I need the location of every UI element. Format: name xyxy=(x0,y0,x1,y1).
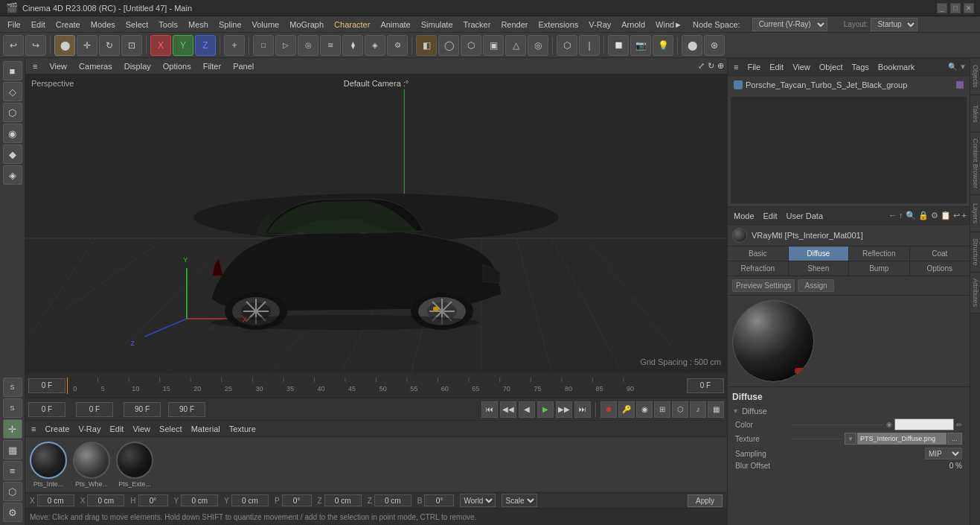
play-back-button[interactable]: ◀ xyxy=(519,401,535,418)
snap-modes[interactable]: S xyxy=(3,378,22,397)
obj-search-icon[interactable]: 🔍 xyxy=(948,63,957,71)
redo-button[interactable]: ↪ xyxy=(25,35,46,56)
attr-undo-btn[interactable]: ↩ xyxy=(953,211,960,220)
go-to-end-button[interactable]: ⏭ xyxy=(574,401,591,418)
tab-attributes[interactable]: Attributes xyxy=(970,273,980,314)
obj-menu-icon[interactable]: ≡ xyxy=(731,61,741,73)
mat-menu-vray[interactable]: V-Ray xyxy=(75,423,103,435)
tab-objects[interactable]: Objects xyxy=(970,58,980,95)
model-mode[interactable]: ■ xyxy=(3,61,22,80)
sampling-dropdown[interactable]: MIP xyxy=(925,448,962,459)
play-forward-button[interactable]: ▶ xyxy=(537,401,554,418)
attr-lock-btn[interactable]: 🔒 xyxy=(918,211,929,220)
viewport-3d[interactable]: Perspective Default Camera :° xyxy=(25,74,727,372)
motion-btn[interactable]: ◉ xyxy=(636,401,653,418)
key-btn[interactable]: 🔑 xyxy=(618,401,635,418)
close-button[interactable]: ✕ xyxy=(964,3,974,13)
texture-dropdown-btn[interactable]: ▼ xyxy=(845,433,856,445)
cube-tool[interactable]: ◧ xyxy=(416,35,437,56)
vp-expand-icon[interactable]: ⤢ xyxy=(698,61,705,71)
attr-back-btn[interactable]: ← xyxy=(888,211,897,220)
coord-scale-dropdown[interactable]: Scale xyxy=(502,494,537,507)
obj-menu-file[interactable]: File xyxy=(744,61,763,73)
next-frame-button[interactable]: ▶▶ xyxy=(556,401,572,418)
play-current-field[interactable] xyxy=(76,402,113,417)
onion-btn[interactable]: ⬡ xyxy=(672,401,688,418)
vp-menu-options[interactable]: Options xyxy=(158,60,196,72)
attr-up-btn[interactable]: ↑ xyxy=(899,211,903,220)
rotate-tool[interactable]: ↻ xyxy=(99,35,120,56)
time-ruler[interactable]: 0 5 10 15 20 25 xyxy=(67,378,685,394)
mat-subtab-sheen[interactable]: Sheen xyxy=(789,261,850,276)
render-settings[interactable]: ⚙ xyxy=(387,35,408,56)
mat-menu-edit[interactable]: Edit xyxy=(106,423,126,435)
vp-rotate-icon[interactable]: ↻ xyxy=(708,61,714,71)
move-tool[interactable]: ✛ xyxy=(77,35,97,56)
vp-menu-icon[interactable]: ≡ xyxy=(28,60,42,72)
menu-mograph[interactable]: MoGraph xyxy=(285,19,328,31)
preview-settings-btn[interactable]: Preview Settings xyxy=(732,279,795,292)
select-tool[interactable]: ⬤ xyxy=(54,35,75,56)
material-item-2[interactable]: Pts_Exte... xyxy=(116,442,153,488)
coord-z2-input[interactable] xyxy=(374,494,411,506)
menu-tools[interactable]: Tools xyxy=(154,19,182,31)
settings-icon[interactable]: ⚙ xyxy=(3,503,22,522)
color-swatch[interactable] xyxy=(894,419,954,430)
layout-dropdown[interactable]: Startup xyxy=(871,18,917,31)
undo-button[interactable]: ↩ xyxy=(3,35,24,56)
menu-nodespace[interactable]: Node Space: xyxy=(688,19,745,31)
edge-mode[interactable]: ◇ xyxy=(3,82,22,101)
menu-create[interactable]: Create xyxy=(51,19,85,31)
obj-menu-edit[interactable]: Edit xyxy=(766,61,787,73)
mat-tab-reflection[interactable]: Reflection xyxy=(849,246,910,261)
vp-menu-panel[interactable]: Panel xyxy=(228,60,258,72)
current-frame-input[interactable] xyxy=(687,378,724,393)
mat-tab-basic[interactable]: Basic xyxy=(728,246,789,261)
sphere-tool[interactable]: ◯ xyxy=(438,35,459,56)
menu-edit[interactable]: Edit xyxy=(27,19,50,31)
attr-search-btn[interactable]: 🔍 xyxy=(906,211,916,220)
plugin-icon[interactable]: ⬡ xyxy=(3,482,22,501)
vp-menu-view[interactable]: View xyxy=(45,60,71,72)
coord-x1-input[interactable] xyxy=(37,494,74,506)
move-mode[interactable]: ✛ xyxy=(3,419,22,439)
attr-userdata[interactable]: User Data xyxy=(784,210,827,222)
menu-tracker[interactable]: Tracker xyxy=(459,19,496,31)
mat-tab-coat[interactable]: Coat xyxy=(910,246,970,261)
scale-tool[interactable]: ⊡ xyxy=(121,35,142,56)
coord-b-input[interactable] xyxy=(424,494,454,506)
nurbs-object[interactable]: ◎ xyxy=(298,35,318,56)
mat-subtab-bump[interactable]: Bump xyxy=(849,261,910,276)
point-mode[interactable]: ◆ xyxy=(3,144,22,164)
menu-vray[interactable]: V-Ray xyxy=(584,19,615,31)
mat-menu-view[interactable]: View xyxy=(129,423,153,435)
object-tool2[interactable]: ◈ xyxy=(3,165,22,185)
grid-mode[interactable]: ▦ xyxy=(3,440,22,459)
menu-render[interactable]: Render xyxy=(496,19,532,31)
snap-btn2[interactable]: ⊞ xyxy=(654,401,670,418)
menu-arnold[interactable]: Arnold xyxy=(617,19,650,31)
menu-volume[interactable]: Volume xyxy=(248,19,284,31)
record-btn[interactable]: ⏺ xyxy=(601,401,617,418)
menu-spline[interactable]: Spline xyxy=(214,19,246,31)
mat-menu-create[interactable]: Create xyxy=(42,423,72,435)
obj-visibility-dot[interactable] xyxy=(956,81,964,89)
video-btn[interactable]: ▦ xyxy=(708,401,724,418)
cylinder-tool[interactable]: ⬡ xyxy=(461,35,481,56)
mat-menu-texture[interactable]: Texture xyxy=(226,423,259,435)
node-space-dropdown[interactable]: Current (V-Ray) xyxy=(752,18,827,31)
color-picker-icon[interactable]: ✏ xyxy=(956,421,962,429)
cone-tool[interactable]: △ xyxy=(505,35,526,56)
coord-h-input[interactable] xyxy=(138,494,168,506)
knife-tool[interactable]: | xyxy=(579,35,600,56)
mat-menu-select[interactable]: Select xyxy=(156,423,185,435)
menu-wind[interactable]: Wind► xyxy=(651,19,687,31)
audio-btn[interactable]: ♪ xyxy=(690,401,706,418)
attr-mode[interactable]: Mode xyxy=(731,210,758,222)
mat-menu-material[interactable]: Material xyxy=(188,423,223,435)
mat-tab-diffuse[interactable]: Diffuse xyxy=(789,246,850,261)
mat-menu-icon[interactable]: ≡ xyxy=(28,423,39,435)
texture-filename[interactable]: PTS_Interior_Diffuse.png xyxy=(857,433,947,445)
symmetry-tool[interactable]: ⬡ xyxy=(557,35,577,56)
minimize-button[interactable]: _ xyxy=(937,3,947,13)
